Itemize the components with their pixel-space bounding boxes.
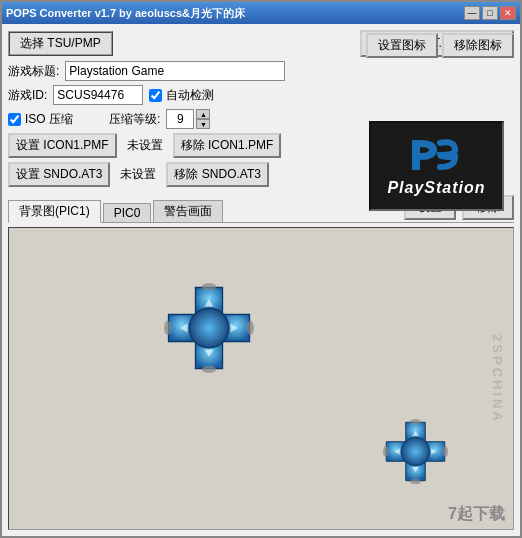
tab-pic0[interactable]: PIC0 — [103, 203, 152, 222]
dpad-small — [383, 419, 448, 484]
svg-point-17 — [383, 446, 388, 456]
set-icon1-button[interactable]: 设置 ICON1.PMF — [8, 133, 117, 158]
svg-point-9 — [247, 321, 254, 335]
compress-level-input[interactable] — [166, 109, 194, 129]
dpad-small-icon — [383, 419, 448, 484]
iso-compress-label: ISO 压缩 — [25, 111, 73, 128]
upper-section: 游戏标题: 游戏ID: 自动检测 ISO 压缩 — [8, 61, 514, 187]
auto-detect-row[interactable]: 自动检测 — [149, 87, 214, 104]
svg-point-18 — [443, 446, 448, 456]
compress-level-spinner: ▲ ▼ — [166, 109, 210, 129]
svg-point-6 — [202, 283, 216, 290]
tab-pic1[interactable]: 背景图(PIC1) — [8, 200, 101, 223]
set-sndo-button[interactable]: 设置 SNDO.AT3 — [8, 162, 110, 187]
game-title-label: 游戏标题: — [8, 63, 59, 80]
main-window: POPS Converter v1.7 by aeoluscs&月光下的床 — … — [0, 0, 522, 538]
compress-level-label: 压缩等级: — [109, 111, 160, 128]
remove-icon1-button[interactable]: 移除 ICON1.PMF — [173, 133, 282, 158]
set-icon-button[interactable]: 设置图标 — [366, 33, 438, 58]
svg-point-16 — [410, 479, 420, 484]
icon-action-buttons: 设置图标 移除图标 — [366, 33, 514, 58]
ps-logo-container: PlayStation — [369, 121, 504, 211]
main-content: 选择 TSU/PMP DOCUMENT.DAT 生成器 游戏标题: 游戏ID: — [2, 24, 520, 536]
spinner-down-button[interactable]: ▼ — [196, 119, 210, 129]
spinner-up-button[interactable]: ▲ — [196, 109, 210, 119]
iso-compress-label-row[interactable]: ISO 压缩 — [8, 111, 73, 128]
auto-detect-label: 自动检测 — [166, 87, 214, 104]
game-id-row: 游戏ID: 自动检测 — [8, 85, 514, 105]
window-controls: — □ ✕ — [464, 6, 516, 20]
remove-icon-button[interactable]: 移除图标 — [442, 33, 514, 58]
sndo-unset-label: 未设置 — [120, 166, 156, 183]
game-title-input[interactable] — [65, 61, 285, 81]
ps-logo-icon — [407, 135, 467, 175]
preview-area: 2SPCHINA 7起下载 — [8, 227, 514, 530]
game-id-label: 游戏ID: — [8, 87, 47, 104]
tsu-pmp-button[interactable]: 选择 TSU/PMP — [8, 31, 113, 56]
remove-sndo-button[interactable]: 移除 SNDO.AT3 — [166, 162, 268, 187]
icon1-unset-label: 未设置 — [127, 137, 163, 154]
svg-point-1 — [189, 308, 229, 348]
dpad-large-icon — [164, 283, 254, 373]
svg-point-8 — [164, 321, 171, 335]
psp-china-watermark: 2SPCHINA — [490, 334, 505, 424]
close-button[interactable]: ✕ — [500, 6, 516, 20]
logo-section: 设置图标 移除图标 — [366, 33, 514, 58]
game-id-input[interactable] — [53, 85, 143, 105]
window-title: POPS Converter v1.7 by aeoluscs&月光下的床 — [6, 6, 245, 21]
dpad-large — [164, 283, 254, 373]
svg-point-10 — [401, 437, 430, 466]
maximize-button[interactable]: □ — [482, 6, 498, 20]
ps-logo-text: PlayStation — [387, 179, 485, 197]
iso-compress-checkbox[interactable] — [8, 113, 21, 126]
spinner-arrows: ▲ ▼ — [196, 109, 210, 129]
svg-rect-0 — [412, 140, 420, 170]
game-title-row: 游戏标题: — [8, 61, 514, 81]
svg-point-15 — [410, 419, 420, 424]
auto-detect-checkbox[interactable] — [149, 89, 162, 102]
minimize-button[interactable]: — — [464, 6, 480, 20]
tab-warning[interactable]: 警告画面 — [153, 200, 223, 222]
svg-point-7 — [202, 366, 216, 373]
title-bar: POPS Converter v1.7 by aeoluscs&月光下的床 — … — [2, 2, 520, 24]
download-watermark: 7起下载 — [448, 504, 505, 525]
